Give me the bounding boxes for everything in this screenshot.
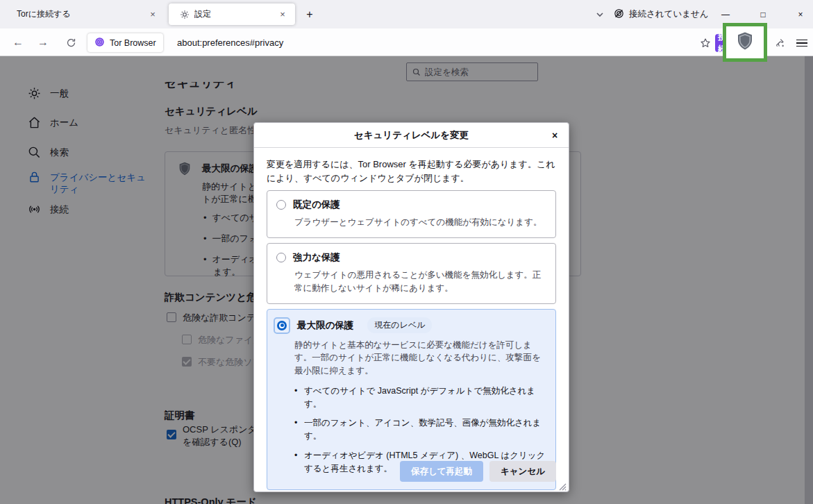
option-label: 強力な保護: [293, 251, 340, 264]
option-label: 既定の保護: [293, 199, 340, 211]
option-safer-protection[interactable]: 強力な保護 ウェブサイトの悪用されることが多い機能を無効化します。正常に動作しな…: [267, 243, 556, 304]
cancel-button[interactable]: キャンセル: [489, 461, 556, 482]
back-button[interactable]: ←: [8, 33, 28, 52]
tab-bar: Torに接続する × 設定 × + 接続されていません — □: [0, 0, 813, 28]
not-connected-icon: [614, 8, 624, 21]
tor-connection-status: 接続されていません: [614, 0, 709, 28]
forward-button[interactable]: →: [33, 33, 53, 52]
new-identity-broom-icon[interactable]: [771, 34, 789, 52]
dialog-intro-text: 変更を適用するには、Tor Browser を再起動する必要があります。これによ…: [267, 158, 556, 185]
identity-label: Tor Browser: [110, 38, 156, 48]
option-bullet: すべてのサイトで JavaScript がデフォルトで無効化されます。: [294, 385, 546, 411]
bookmark-star-icon[interactable]: [696, 34, 714, 52]
tab-list-chevron-down-icon[interactable]: [591, 6, 609, 24]
tab-settings[interactable]: 設定 ×: [169, 3, 295, 25]
current-level-badge: 現在のレベル: [367, 317, 432, 333]
option-standard-protection[interactable]: 既定の保護 ブラウザーとウェブサイトのすべての機能が有効になります。: [267, 190, 556, 238]
option-description: 静的サイトと基本的なサービスに必要な機能だけを許可します。一部のサイトが正常に機…: [294, 339, 546, 378]
radio-selected-icon[interactable]: [274, 317, 290, 334]
browser-window: Torに接続する × 設定 × + 接続されていません — □: [0, 0, 813, 504]
option-description: ウェブサイトの悪用されることが多い機能を無効化します。正常に動作しないサイトが稀…: [294, 269, 546, 295]
status-label: 接続されていません: [629, 8, 709, 20]
new-tab-button[interactable]: +: [301, 6, 318, 23]
dialog-header: セキュリティレベルを変更 ×: [254, 123, 569, 148]
option-description: ブラウザーとウェブサイトのすべての機能が有効になります。: [294, 216, 546, 229]
gear-icon: [180, 10, 190, 19]
navigation-toolbar: ← → Tor Browser about:preferences#privac…: [0, 28, 813, 56]
tab-close-icon[interactable]: ×: [146, 8, 160, 22]
dialog-close-icon[interactable]: ×: [548, 128, 562, 142]
tor-onion-icon: [94, 37, 105, 49]
security-level-shield-icon[interactable]: [735, 31, 755, 54]
url-bar-text[interactable]: about:preferences#privacy: [177, 37, 283, 48]
dialog-resize-grip[interactable]: [558, 481, 567, 489]
save-and-restart-button[interactable]: 保存して再起動: [400, 461, 483, 482]
radio-unselected-icon[interactable]: [276, 253, 286, 262]
hamburger-menu-icon[interactable]: [793, 34, 811, 52]
tab-title: Torに接続する: [17, 8, 146, 20]
option-label: 最大限の保護: [297, 319, 353, 332]
tab-close-icon[interactable]: ×: [276, 8, 290, 22]
radio-unselected-icon[interactable]: [276, 200, 286, 210]
tab-title: 設定: [194, 8, 276, 20]
reload-button[interactable]: [61, 33, 81, 52]
security-level-dialog: セキュリティレベルを変更 × 変更を適用するには、Tor Browser を再起…: [253, 122, 569, 492]
tab-connect-to-tor[interactable]: Torに接続する ×: [6, 3, 165, 25]
identity-chip[interactable]: Tor Browser: [87, 33, 163, 52]
annotation-highlight-box: [723, 23, 767, 62]
window-close-button[interactable]: ×: [789, 0, 812, 28]
option-bullet: 一部のフォント、アイコン、数学記号、画像が無効化されます。: [294, 417, 546, 443]
dialog-title: セキュリティレベルを変更: [354, 129, 469, 142]
